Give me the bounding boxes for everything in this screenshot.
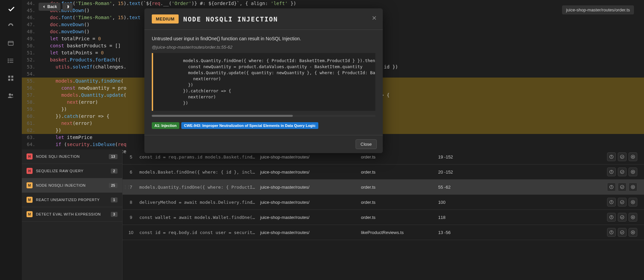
- gutter-number: 45.: [22, 7, 39, 14]
- horizontal-scrollbar[interactable]: [152, 115, 375, 117]
- code-content: doc.font('Times-Roman', 15).text: [39, 14, 140, 21]
- table-row[interactable]: 9 const wallet = await models.Wallet.fin…: [123, 210, 644, 225]
- svg-point-25: [620, 170, 624, 174]
- severity-badge: M: [27, 197, 33, 203]
- snippet: const id = req.params.id models.Basket.f…: [139, 154, 260, 159]
- modal-code-block[interactable]: models.Quantity.findOne({ where: { Produ…: [152, 53, 375, 111]
- finding-category[interactable]: M REACT UNSANITIZED PROPERTY 1: [22, 193, 122, 207]
- finding-category[interactable]: H NODE SQLI INJECTION 13: [22, 149, 122, 164]
- grid-icon[interactable]: [7, 75, 15, 82]
- toggle-theme-button[interactable]: [62, 3, 73, 11]
- approve-button[interactable]: [618, 168, 627, 176]
- code-content: const newQuantity = pro: [39, 85, 126, 92]
- info-button[interactable]: [607, 198, 616, 206]
- path: juice-shop-master/routes/: [260, 215, 361, 220]
- close-icon[interactable]: ✕: [372, 14, 377, 22]
- severity-badge: M: [27, 182, 33, 188]
- back-label: Back: [47, 4, 57, 9]
- gutter-number: 48.: [22, 28, 39, 35]
- svg-point-31: [611, 186, 611, 186]
- lines: 118: [438, 215, 475, 220]
- code-content: }).catch(error => {: [39, 113, 109, 120]
- row-number: 9: [123, 215, 139, 220]
- finding-category[interactable]: H SEQUELIZE RAW QUERY 2: [22, 164, 122, 178]
- category-count: 13: [109, 154, 118, 159]
- category-name: REACT UNSANITIZED PROPERTY: [36, 198, 111, 202]
- table-row[interactable]: 8 deliveryMethod = await models.Delivery…: [123, 195, 644, 210]
- modal-title: NODE NOSQLI INJECTION: [183, 15, 278, 23]
- back-button[interactable]: Back: [39, 3, 60, 11]
- approve-button[interactable]: [618, 198, 627, 206]
- row-number: 8: [123, 200, 139, 205]
- table-row[interactable]: ⋮⋮7 models.Quantity.findOne({ where: { P…: [123, 180, 644, 195]
- toolbar: Back: [39, 3, 73, 11]
- row-number: 5: [123, 154, 139, 159]
- dismiss-button[interactable]: [629, 183, 637, 191]
- finding-category[interactable]: M DETECT EVAL WITH EXPRESSION 3: [22, 207, 122, 222]
- approve-button[interactable]: [618, 228, 627, 237]
- gutter-number: 62.: [22, 127, 39, 134]
- svg-point-7: [8, 62, 8, 63]
- gutter-number: 56.: [22, 85, 39, 92]
- row-number: 10: [123, 230, 139, 235]
- severity-badge: H: [27, 168, 33, 174]
- finding-category[interactable]: M NODE NOSQLI INJECTION 25: [22, 178, 122, 193]
- code-content: }): [39, 106, 67, 113]
- info-button[interactable]: [607, 152, 616, 161]
- window-icon[interactable]: [7, 40, 15, 47]
- approve-button[interactable]: [618, 152, 627, 161]
- dismiss-button[interactable]: [629, 152, 637, 161]
- approve-button[interactable]: [618, 183, 627, 191]
- users-icon[interactable]: [7, 92, 15, 100]
- row-number: 6: [123, 170, 139, 175]
- info-button[interactable]: [607, 213, 616, 222]
- tag-row: A1: InjectionCWE-943: Improper Neutraliz…: [152, 122, 375, 129]
- gutter-number: 47.: [22, 21, 39, 28]
- svg-point-53: [620, 231, 624, 234]
- modal-description: Untrusted user input in findOne() functi…: [152, 36, 375, 41]
- code-content: next(error): [39, 120, 92, 127]
- code-content: doc.moveDown(): [39, 28, 90, 35]
- finding-detail-modal: MEDIUM NODE NOSQLI INJECTION ✕ Untrusted…: [144, 8, 383, 153]
- gutter-number: 50.: [22, 42, 39, 49]
- code-line[interactable]: 44. doc.font('Times-Roman', 15).text(`${…: [22, 0, 644, 7]
- list-icon[interactable]: [7, 57, 15, 65]
- category-name: DETECT EVAL WITH EXPRESSION: [36, 212, 111, 216]
- table-row[interactable]: 10 const id = req.body.id const user = s…: [123, 225, 644, 240]
- file: order.ts: [361, 200, 438, 205]
- lines: 55 -62: [438, 185, 475, 190]
- file: order.ts: [361, 154, 438, 159]
- snippet: models.Basket.findOne({ where: { id }, i…: [139, 170, 260, 175]
- tag: A1: Injection: [152, 122, 179, 129]
- findings-panel: H NODE SQLI INJECTION 13H SEQUELIZE RAW …: [22, 149, 644, 280]
- dashboard-icon[interactable]: [7, 22, 15, 30]
- check-icon[interactable]: [7, 5, 15, 12]
- dismiss-button[interactable]: [629, 228, 637, 237]
- svg-rect-8: [8, 76, 10, 78]
- lines: 100: [438, 200, 475, 205]
- finding-table: 5 const id = req.params.id models.Basket…: [123, 149, 644, 280]
- drag-handle-icon[interactable]: ⋮⋮: [123, 185, 130, 189]
- svg-point-12: [9, 93, 11, 96]
- snippet: deliveryMethod = await models.Delivery.f…: [139, 200, 260, 205]
- category-count: 25: [109, 183, 118, 188]
- scrollbar-thumb[interactable]: [152, 115, 293, 117]
- code-content: const basketProducts = []: [39, 42, 121, 49]
- code-content: }): [39, 127, 61, 134]
- info-button[interactable]: [607, 228, 616, 237]
- code-content: let totalPrice = 0: [39, 35, 101, 42]
- approve-button[interactable]: [618, 213, 627, 222]
- close-button[interactable]: Close: [356, 139, 377, 149]
- info-button[interactable]: [607, 183, 616, 191]
- dismiss-button[interactable]: [629, 213, 637, 222]
- dismiss-button[interactable]: [629, 198, 637, 206]
- info-button[interactable]: [607, 168, 616, 176]
- gutter-number: 49.: [22, 35, 39, 42]
- svg-point-39: [620, 200, 624, 204]
- svg-point-24: [611, 171, 611, 171]
- modal-footer: Close: [144, 135, 383, 153]
- dismiss-button[interactable]: [629, 168, 637, 176]
- category-count: 3: [111, 212, 118, 217]
- svg-point-13: [11, 94, 13, 96]
- table-row[interactable]: 6 models.Basket.findOne({ where: { id },…: [123, 165, 644, 180]
